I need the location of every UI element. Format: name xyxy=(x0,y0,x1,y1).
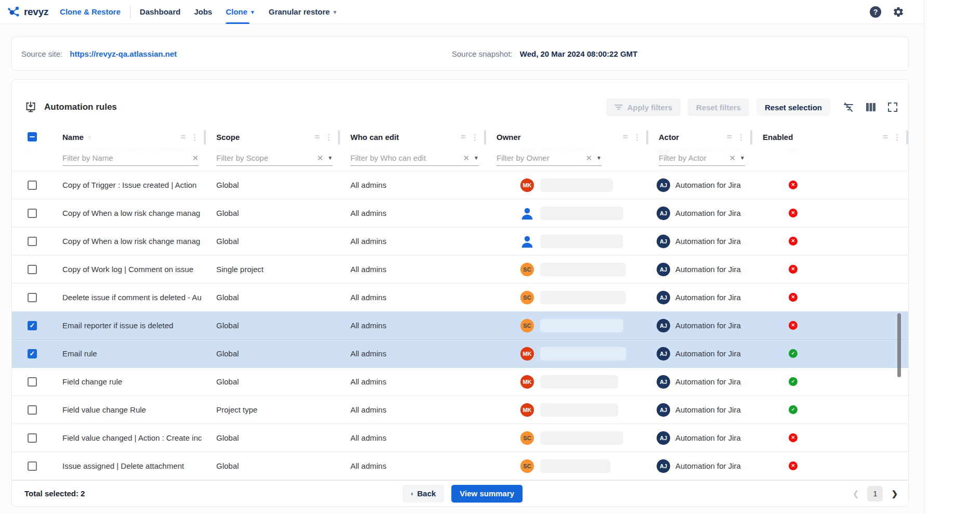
current-page[interactable]: 1 xyxy=(867,486,883,502)
rule-actor: AJAutomation for Jira xyxy=(648,368,752,395)
table-body: Copy of Trigger : Issue created | Action… xyxy=(12,171,908,480)
column-filter-icon[interactable]: = xyxy=(727,133,732,142)
reset-selection-button[interactable]: Reset selection xyxy=(756,98,830,116)
help-icon[interactable]: ? xyxy=(870,6,881,18)
rule-scope: Global xyxy=(206,452,340,480)
actor-avatar: AJ xyxy=(657,263,670,276)
column-filter-icon[interactable]: = xyxy=(180,133,186,142)
chevron-down-icon[interactable]: ▼ xyxy=(328,155,333,161)
row-checkbox[interactable]: ✓ xyxy=(28,321,37,330)
owner-filter-input[interactable] xyxy=(496,153,582,162)
prev-page-icon[interactable]: ❮ xyxy=(853,489,859,498)
columns-icon[interactable] xyxy=(866,102,876,112)
column-filter-icon[interactable]: = xyxy=(315,133,320,142)
who-can-edit-filter-input[interactable] xyxy=(350,153,459,162)
rule-owner: SC xyxy=(486,452,648,480)
disabled-status-icon: ✕ xyxy=(789,181,798,189)
row-checkbox[interactable] xyxy=(28,237,37,246)
row-checkbox[interactable] xyxy=(28,293,37,302)
enabled-status-icon: ✓ xyxy=(789,377,798,386)
who-can-edit-filter: ✕ ▼ xyxy=(350,153,479,166)
row-checkbox[interactable] xyxy=(28,461,37,471)
column-menu-icon[interactable]: ⋮ xyxy=(325,133,333,141)
brand-logo[interactable]: revyz xyxy=(7,5,48,19)
rule-owner: MK xyxy=(486,396,648,423)
reset-filters-button[interactable]: Reset filters xyxy=(688,98,749,116)
col-header-name: Name ↑↓ = ⋮ xyxy=(52,125,206,148)
row-checkbox[interactable] xyxy=(28,405,37,415)
table-row[interactable]: Issue assigned | Delete attachmentGlobal… xyxy=(12,452,908,480)
nav-item-granular-restore[interactable]: Granular restore ▼ xyxy=(269,0,337,24)
rule-who-can-edit: All admins xyxy=(340,452,486,480)
table-row[interactable]: ✓Email reporter if issue is deletedGloba… xyxy=(12,312,908,340)
clear-filter-icon[interactable]: ✕ xyxy=(463,153,470,163)
row-checkbox[interactable] xyxy=(28,265,37,274)
nav-product-link[interactable]: Clone & Restore xyxy=(60,7,121,16)
actor-avatar: AJ xyxy=(657,319,670,332)
pagination: ❮ 1 ❯ xyxy=(853,486,898,502)
clear-filter-icon[interactable]: ✕ xyxy=(729,153,736,163)
column-filter-icon[interactable]: = xyxy=(461,133,466,142)
rule-name: Email rule xyxy=(52,340,206,367)
nav-item-dashboard[interactable]: Dashboard xyxy=(140,0,180,24)
chevron-down-icon[interactable]: ▼ xyxy=(596,155,602,161)
row-checkbox[interactable] xyxy=(28,433,37,443)
name-filter-input[interactable] xyxy=(62,153,188,162)
clear-filter-icon[interactable]: ✕ xyxy=(586,153,593,163)
name-filter: ✕ xyxy=(62,153,199,166)
column-menu-icon[interactable]: ⋮ xyxy=(471,133,479,141)
nav-item-jobs[interactable]: Jobs xyxy=(194,0,212,24)
source-site-link[interactable]: https://revyz-qa.atlassian.net xyxy=(70,49,177,58)
column-filter-icon[interactable]: = xyxy=(623,133,628,142)
apply-filters-button[interactable]: Apply filters xyxy=(606,98,681,116)
row-checkbox[interactable]: ✓ xyxy=(28,349,37,358)
column-resize-handle[interactable] xyxy=(906,130,908,145)
rule-scope: Project type xyxy=(206,396,340,423)
table-row[interactable]: Deelete issue if comment is deleted - Au… xyxy=(12,284,908,312)
vertical-scrollbar-thumb[interactable] xyxy=(897,313,901,377)
table-row[interactable]: ✓Email ruleGlobalAll adminsMKAJAutomatio… xyxy=(12,340,908,368)
rule-who-can-edit: All admins xyxy=(340,199,486,227)
rule-name: Copy of Trigger : Issue created | Action xyxy=(52,171,206,199)
next-page-icon[interactable]: ❯ xyxy=(891,489,898,498)
column-filter-icon[interactable]: = xyxy=(883,133,888,142)
fullscreen-icon[interactable] xyxy=(887,102,898,112)
column-menu-icon[interactable]: ⋮ xyxy=(893,133,901,141)
table-row[interactable]: Field value changed | Action : Create in… xyxy=(12,424,908,452)
view-summary-button[interactable]: View summary xyxy=(451,485,522,503)
actor-avatar: AJ xyxy=(657,347,670,361)
row-checkbox[interactable] xyxy=(28,377,37,387)
clear-filter-icon[interactable]: ✕ xyxy=(317,153,324,163)
table-row[interactable]: Copy of When a low risk change managGlob… xyxy=(12,227,908,255)
rule-who-can-edit: All admins xyxy=(340,312,486,339)
table-row[interactable]: Copy of Trigger : Issue created | Action… xyxy=(12,171,908,199)
rule-name: Issue assigned | Delete attachment xyxy=(52,452,206,480)
rule-scope: Global xyxy=(206,312,340,339)
row-checkbox[interactable] xyxy=(28,209,37,218)
actor-avatar: AJ xyxy=(657,459,670,473)
rule-name: Copy of When a low risk change manag xyxy=(52,227,206,255)
back-button[interactable]: ‹ Back xyxy=(402,485,444,503)
column-menu-icon[interactable]: ⋮ xyxy=(191,133,199,141)
nav-item-clone[interactable]: Clone ▼ xyxy=(226,0,255,24)
chevron-down-icon[interactable]: ▼ xyxy=(474,155,479,161)
actor-avatar: AJ xyxy=(657,403,670,417)
clear-filter-icon[interactable]: ✕ xyxy=(192,153,199,163)
actor-filter-input[interactable] xyxy=(659,153,725,162)
column-menu-icon[interactable]: ⋮ xyxy=(737,133,745,141)
table-row[interactable]: Field value change RuleProject typeAll a… xyxy=(12,396,908,424)
select-all-checkbox[interactable] xyxy=(28,132,37,142)
gear-icon[interactable] xyxy=(893,6,904,18)
scope-filter-input[interactable] xyxy=(216,153,313,162)
table-footer: Total selected: 2 ‹ Back View summary ❮ … xyxy=(12,480,908,506)
table-row[interactable]: Copy of When a low risk change managGlob… xyxy=(12,199,908,227)
chevron-down-icon[interactable]: ▼ xyxy=(740,155,745,161)
clear-filters-icon[interactable] xyxy=(843,101,854,113)
sort-icon[interactable]: ↑↓ xyxy=(88,134,90,140)
row-checkbox[interactable] xyxy=(28,181,37,190)
column-menu-icon[interactable]: ⋮ xyxy=(633,133,641,141)
rule-scope: Single project xyxy=(206,255,340,283)
table-row[interactable]: Copy of Work log | Comment on issueSingl… xyxy=(12,255,908,284)
table-row[interactable]: Field change ruleGlobalAll adminsMKAJAut… xyxy=(12,368,908,396)
col-header-owner: Owner = ⋮ xyxy=(486,125,648,148)
